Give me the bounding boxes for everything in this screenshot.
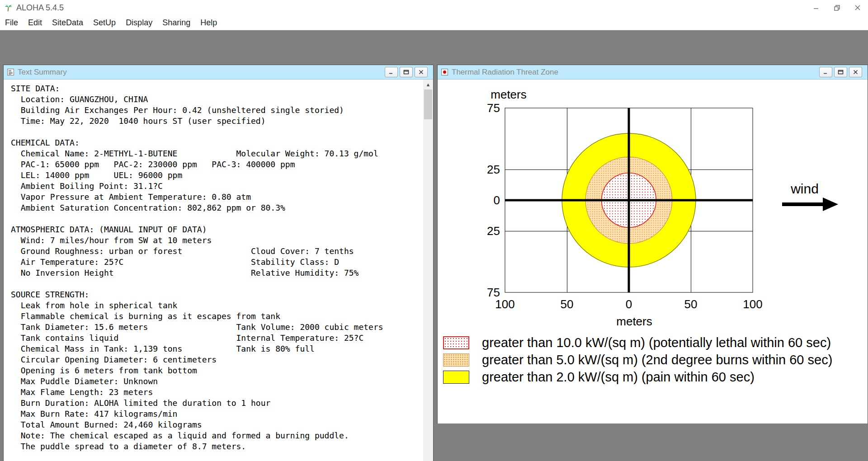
scroll-up-icon[interactable]: ▲ [423,80,433,89]
text-summary-title: Text Summary [18,68,67,77]
x-tick-50-left: 50 [561,297,574,311]
text-summary-close-button[interactable] [415,67,428,77]
minimize-icon [823,70,829,75]
app-close-button[interactable] [847,0,868,15]
legend-row-burns: greater than 5.0 kW/(sq m) (2nd degree b… [443,353,868,367]
minimize-icon [813,5,819,10]
wind-arrow-icon [782,198,838,211]
y-tick-25-top: 25 [487,163,500,176]
legend-label-burns: greater than 5.0 kW/(sq m) (2nd degree b… [482,353,832,367]
close-icon [418,70,424,75]
minimize-icon [388,70,394,75]
app-titlebar[interactable]: ALOHA 5.4.5 [0,0,868,15]
x-tick-0: 0 [626,297,632,311]
text-summary-minimize-button[interactable] [385,67,398,77]
menu-display[interactable]: Display [121,15,157,30]
text-summary-body: SITE DATA: Location: GUANGZHOU, CHINA Bu… [4,80,433,461]
threat-zone-icon [441,68,448,76]
y-axis-title: meters [491,88,526,101]
menu-sitedata[interactable]: SiteData [47,15,88,30]
legend-row-pain: greater than 2.0 kW/(sq m) (pain within … [443,371,868,384]
maximize-icon [838,70,844,75]
legend-swatch-yellow [443,371,469,384]
threat-zone-title: Thermal Radiation Threat Zone [452,68,558,77]
menu-help[interactable]: Help [195,15,222,30]
legend-label-lethal: greater than 10.0 kW/(sq m) (potentially… [482,335,831,350]
close-icon [855,5,860,10]
threat-zone-titlebar[interactable]: Thermal Radiation Threat Zone [438,65,868,80]
threat-zone-window: Thermal Radiation Threat Zone [437,65,868,423]
text-summary-icon [7,68,14,76]
y-tick-0: 0 [494,193,500,207]
x-tick-100-left: 100 [495,297,514,311]
vertical-scrollbar[interactable]: ▲ ▼ [423,80,433,461]
menubar: File Edit SiteData SetUp Display Sharing… [0,15,868,30]
legend-label-pain: greater than 2.0 kW/(sq m) (pain within … [482,370,755,385]
legend-swatch-orange [443,353,469,367]
text-summary-titlebar[interactable]: Text Summary [4,65,433,80]
y-tick-25-bottom: 25 [487,224,500,238]
menu-sharing[interactable]: Sharing [157,15,195,30]
menu-edit[interactable]: Edit [23,15,47,30]
close-icon [853,70,859,75]
legend-row-lethal: greater than 10.0 kW/(sq m) (potentially… [443,336,868,349]
legend-swatch-red [443,336,469,349]
menu-file[interactable]: File [0,15,23,30]
threat-zone-plot: 75 25 0 25 75 100 50 0 50 100 meters met… [438,80,868,333]
app-title: ALOHA 5.4.5 [16,3,64,13]
app-restore-button[interactable] [826,0,847,15]
threat-zone-body: 75 25 0 25 75 100 50 0 50 100 meters met… [438,80,868,423]
x-tick-100-right: 100 [743,297,762,311]
threat-zone-minimize-button[interactable] [819,67,832,77]
text-summary-content: SITE DATA: Location: GUANGZHOU, CHINA Bu… [4,80,423,461]
text-summary-maximize-button[interactable] [400,67,413,77]
x-axis-title: meters [616,315,652,328]
maximize-icon [403,70,409,75]
mdi-workspace: Text Summary SITE DATA: Location: GUANGZ… [0,30,868,461]
x-tick-50-right: 50 [684,297,698,311]
threat-zone-legend: greater than 10.0 kW/(sq m) (potentially… [443,336,868,384]
text-summary-window: Text Summary SITE DATA: Location: GUANGZ… [3,65,434,461]
menu-setup[interactable]: SetUp [88,15,121,30]
vertical-scrollbar-thumb[interactable] [424,89,432,119]
wind-label: wind [790,181,819,196]
threat-zone-close-button[interactable] [849,67,862,77]
restore-icon [834,5,840,11]
y-tick-75-top: 75 [487,101,500,115]
aloha-palm-icon [5,4,13,12]
app-minimize-button[interactable] [806,0,826,15]
threat-zone-maximize-button[interactable] [834,67,847,77]
